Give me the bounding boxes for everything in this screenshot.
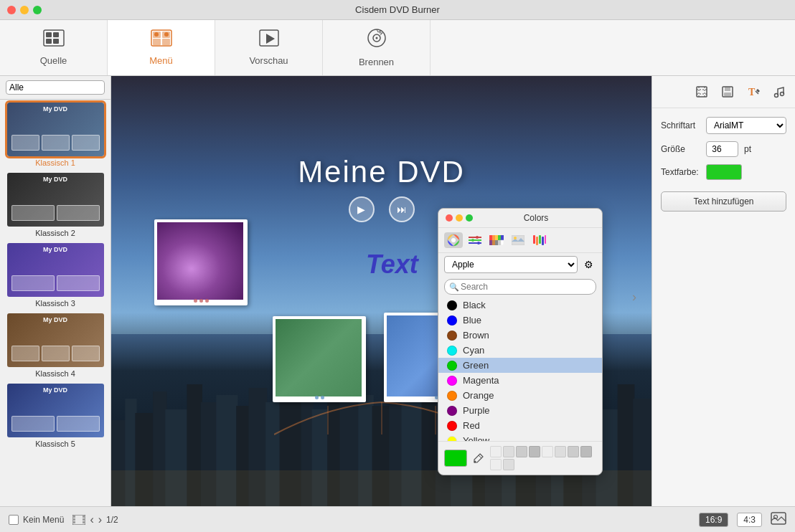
ratio-16-9[interactable]: 16:9 bbox=[699, 513, 728, 527]
mini-swatch[interactable] bbox=[529, 446, 540, 457]
svg-rect-87 bbox=[495, 235, 498, 240]
colors-gear-button[interactable]: ⚙ bbox=[580, 257, 596, 272]
colors-search-input[interactable] bbox=[444, 279, 596, 295]
thumb-label-1: My DVD bbox=[7, 105, 104, 113]
filter-select[interactable]: Alle bbox=[6, 80, 105, 95]
page-indicator: 1/2 bbox=[106, 515, 118, 525]
photo-icon[interactable] bbox=[771, 512, 786, 528]
colors-tab-wheel[interactable] bbox=[444, 232, 463, 248]
photo-thumb-1[interactable] bbox=[154, 219, 248, 305]
thumb-slot bbox=[57, 416, 100, 432]
svg-rect-94 bbox=[501, 240, 504, 245]
template-item-5[interactable]: My DVD Klassisch 5 bbox=[0, 381, 110, 451]
mini-swatch[interactable] bbox=[542, 446, 553, 457]
rp-tool-save[interactable] bbox=[718, 82, 738, 102]
eyedropper-button[interactable] bbox=[470, 450, 487, 467]
template-thumb-1: My DVD bbox=[7, 103, 104, 156]
color-item-orange[interactable]: Orange bbox=[438, 388, 602, 403]
right-panel-section: Schriftart ArialMT Größe pt Textfarbe: bbox=[652, 108, 795, 189]
color-label-yellow: Yellow bbox=[463, 435, 489, 441]
ratio-4-3[interactable]: 4:3 bbox=[737, 513, 762, 527]
rp-tool-text[interactable]: T bbox=[743, 82, 763, 102]
colors-minimize[interactable] bbox=[456, 214, 463, 222]
color-item-yellow[interactable]: Yellow bbox=[438, 433, 602, 441]
colors-tab-image[interactable] bbox=[509, 232, 527, 248]
next-button[interactable]: ⏭ bbox=[389, 196, 415, 222]
svg-rect-4 bbox=[53, 39, 59, 44]
colors-tab-palette[interactable] bbox=[487, 232, 506, 248]
color-item-magenta[interactable]: Magenta bbox=[438, 373, 602, 388]
svg-rect-74 bbox=[83, 521, 85, 523]
tab-quelle[interactable]: Quelle bbox=[0, 20, 108, 75]
colors-preset-select[interactable]: Apple bbox=[444, 256, 578, 273]
color-item-brown[interactable]: Brown bbox=[438, 328, 602, 343]
colors-close[interactable] bbox=[446, 214, 453, 222]
photo-thumb-2[interactable] bbox=[273, 316, 366, 402]
colors-tab-crayons[interactable] bbox=[530, 232, 549, 248]
color-dot-green bbox=[447, 361, 457, 371]
rp-tool-music[interactable] bbox=[769, 82, 789, 102]
color-label-red: Red bbox=[463, 420, 480, 431]
svg-rect-70 bbox=[73, 518, 75, 521]
color-dot-blue bbox=[447, 315, 457, 326]
minimize-button[interactable] bbox=[20, 6, 29, 14]
close-button[interactable] bbox=[7, 6, 16, 14]
svg-rect-90 bbox=[489, 240, 492, 245]
tab-menue[interactable]: Menü bbox=[108, 20, 215, 75]
main-layout: Alle My DVD Klassisch 1 My DVD bbox=[0, 76, 795, 506]
colors-expand[interactable] bbox=[466, 214, 473, 222]
template-item-2[interactable]: My DVD Klassisch 2 bbox=[0, 170, 110, 240]
color-item-black[interactable]: Black bbox=[438, 298, 602, 313]
svg-point-78 bbox=[451, 238, 456, 242]
svg-rect-97 bbox=[533, 235, 535, 244]
svg-rect-73 bbox=[83, 518, 85, 521]
font-select[interactable]: ArialMT bbox=[706, 117, 786, 134]
svg-point-10 bbox=[154, 32, 159, 37]
mini-swatch[interactable] bbox=[503, 446, 514, 457]
mini-swatch[interactable] bbox=[516, 446, 527, 457]
svg-rect-51 bbox=[111, 470, 651, 506]
color-item-cyan[interactable]: Cyan bbox=[438, 343, 602, 358]
mini-swatch[interactable] bbox=[568, 446, 579, 457]
template-item-3[interactable]: My DVD Klassisch 3 bbox=[0, 240, 110, 310]
thumb-slots-1 bbox=[11, 135, 100, 151]
nav-tabs: Quelle Menü Vorschau bbox=[0, 20, 795, 76]
svg-marker-13 bbox=[266, 34, 275, 44]
color-item-red[interactable]: Red bbox=[438, 418, 602, 433]
color-dot-yellow bbox=[447, 436, 457, 442]
svg-rect-91 bbox=[492, 240, 495, 245]
maximize-button[interactable] bbox=[33, 6, 42, 14]
color-label-orange: Orange bbox=[463, 390, 494, 401]
tab-brennen[interactable]: Brennen bbox=[323, 20, 431, 75]
play-button[interactable]: ▶ bbox=[349, 196, 375, 222]
kein-menue-item: Kein Menü bbox=[9, 515, 64, 525]
color-result-swatch[interactable] bbox=[444, 450, 467, 467]
thumb-slot bbox=[57, 205, 100, 221]
canvas-text-1[interactable]: Text bbox=[366, 250, 418, 280]
template-item-4[interactable]: My DVD Klassisch 4 bbox=[0, 310, 110, 381]
size-input[interactable] bbox=[706, 141, 738, 157]
kein-menue-checkbox[interactable] bbox=[9, 515, 19, 525]
color-item-purple[interactable]: Purple bbox=[438, 403, 602, 418]
mini-swatch[interactable] bbox=[580, 446, 592, 457]
traffic-lights bbox=[7, 6, 42, 14]
thumb-slot bbox=[42, 135, 70, 151]
mini-swatch[interactable] bbox=[490, 459, 502, 470]
canvas-title[interactable]: Meine DVD bbox=[111, 155, 651, 189]
mini-swatch[interactable] bbox=[555, 446, 566, 457]
template-item-1[interactable]: My DVD Klassisch 1 bbox=[0, 100, 110, 170]
mini-swatch[interactable] bbox=[503, 459, 514, 470]
color-item-green[interactable]: Green bbox=[438, 358, 602, 373]
colors-tab-sliders[interactable] bbox=[466, 232, 484, 248]
color-swatch[interactable] bbox=[706, 164, 742, 180]
color-dot-black bbox=[447, 300, 457, 310]
nav-prev[interactable]: ‹ bbox=[90, 513, 93, 526]
nav-arrow[interactable]: › bbox=[624, 287, 644, 307]
rp-color-row: Textfarbe: bbox=[661, 164, 786, 180]
tab-vorschau[interactable]: Vorschau bbox=[215, 20, 323, 75]
rp-tool-crop[interactable] bbox=[692, 82, 712, 102]
mini-swatch[interactable] bbox=[490, 446, 502, 457]
nav-next[interactable]: › bbox=[98, 513, 102, 526]
color-item-blue[interactable]: Blue bbox=[438, 313, 602, 328]
add-text-button[interactable]: Text hinzufügen bbox=[661, 191, 786, 212]
